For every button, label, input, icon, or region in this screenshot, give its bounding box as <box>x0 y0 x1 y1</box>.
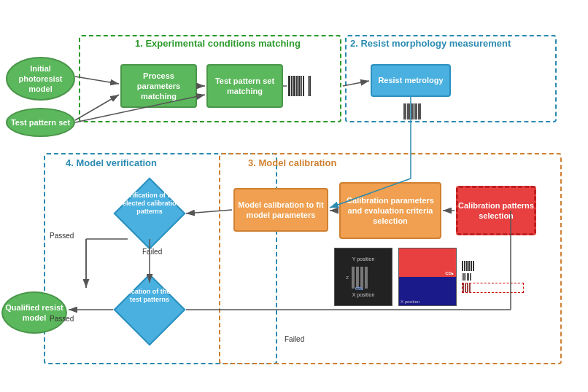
failed-label-1: Failed <box>142 248 162 256</box>
resist-pattern-preview <box>387 101 438 122</box>
failed-label-2: Failed <box>285 335 304 343</box>
passed-label-1: Passed <box>50 232 74 240</box>
passed-label-2: Passed <box>50 315 74 323</box>
model-calib-node: Model calibration to fit model parameter… <box>233 188 328 232</box>
section-2-label: 2. Resist morphology measurement <box>350 38 511 49</box>
diamond-verification-rest: Verification of the rest test patterns <box>113 284 186 335</box>
test-pattern-set-node: Test pattern set <box>6 108 75 137</box>
qualified-resist-node: Qualified resist model <box>1 291 67 334</box>
calib-pattern-strips <box>462 248 524 306</box>
pattern-preview <box>288 71 343 101</box>
process-params-node: Process parameters matching <box>120 64 197 108</box>
test-pattern-matching-node: Test pattern set matching <box>206 64 283 108</box>
calibration-images-area: Y position Z CD₁ X position <box>334 248 480 321</box>
calib-patterns-node: Calibration patterns selection <box>456 186 536 235</box>
calib-params-node: Calibration parameters and evaluation cr… <box>339 182 441 239</box>
resist-metrology-node: Resist metrology <box>371 64 451 97</box>
diamond-verification-selected: Verification of the selected calibration… <box>113 188 186 239</box>
section-4-label: 4. Model verification <box>66 157 157 168</box>
initial-photoresist-node: Initial photoresist model <box>6 57 75 101</box>
section-1-label: 1. Experimental conditions matching <box>135 38 301 49</box>
section-3-label: 3. Model calibration <box>248 157 336 168</box>
